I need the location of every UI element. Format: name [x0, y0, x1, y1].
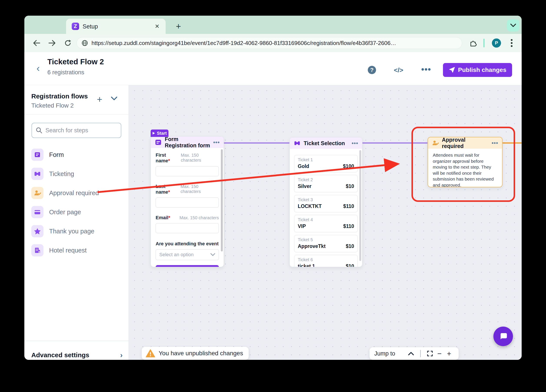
add-flow-button[interactable]: + [94, 94, 105, 105]
url-bar[interactable]: https://setup.zuddl.com/stagingorg41be/e… [77, 37, 462, 49]
ticket-icon [31, 168, 44, 180]
step-search[interactable] [32, 123, 121, 138]
field-hint: Max. 150 characters [181, 153, 219, 163]
advanced-settings-label: Advanced settings [31, 351, 89, 359]
toolbar-divider [483, 39, 484, 47]
browser-window: Z Setup ✕ + https://setup.zuddl.com/stag… [24, 16, 522, 360]
field-label: Email* [156, 215, 170, 221]
ticket-row[interactable]: Ticket 3 LOCKTKT$110 [294, 195, 358, 212]
play-icon [152, 132, 155, 135]
field-label: First name* [156, 152, 181, 164]
last-name-input[interactable] [156, 198, 219, 207]
form-icon [155, 139, 162, 146]
ticket-selection-card[interactable]: Ticket Selection ••• Ticket 1 Gold$100 T… [290, 137, 362, 267]
toolbar-divider [420, 350, 421, 357]
form-step-card[interactable]: Form Registration form ••• First name* M… [151, 136, 224, 267]
help-icon[interactable]: ? [368, 66, 376, 74]
sidebar-item-label: Hotel request [49, 247, 87, 254]
sidebar-item-form[interactable]: Form [31, 149, 123, 161]
support-chat-button[interactable] [494, 327, 513, 346]
form-card-title: Form Registration form [165, 136, 210, 149]
ticket-price: $10 [346, 263, 354, 267]
ticket-name: VIP [298, 223, 306, 229]
new-tab-button[interactable]: + [174, 22, 183, 31]
sidebar-item-label: Approval required [49, 189, 99, 197]
tab-close-icon[interactable]: ✕ [153, 23, 161, 30]
browser-tab[interactable]: Z Setup ✕ [66, 19, 166, 34]
tab-title: Setup [83, 23, 98, 30]
form-card-menu-icon[interactable]: ••• [213, 139, 220, 146]
canvas-zoom-toolbar: Jump to − + [370, 347, 459, 360]
sidebar-item-hotel-request[interactable]: Hotel request [31, 244, 123, 257]
ticket-price: $110 [343, 203, 354, 209]
sidebar-item-thank-you-page[interactable]: Thank you page [31, 225, 123, 237]
annotation-highlight-box [411, 127, 515, 202]
publish-label: Publish changes [458, 66, 507, 73]
ticket-price: $10 [346, 243, 354, 249]
select-question-label: Are you attending the event [156, 241, 219, 247]
sidebar: Registration flows Ticketed Flow 2 + For… [24, 85, 129, 360]
forward-button[interactable] [47, 38, 57, 48]
form-card-header[interactable]: Form Registration form ••• [151, 137, 224, 148]
field-hint: Max. 150 characters [180, 184, 219, 194]
sidebar-item-label: Thank you page [49, 228, 94, 235]
publish-changes-button[interactable]: Publish changes [443, 63, 512, 77]
ticket-card-header[interactable]: Ticket Selection ••• [290, 138, 362, 149]
form-icon [31, 149, 44, 161]
jump-to-button[interactable]: Jump to [374, 350, 395, 357]
flow-canvas[interactable]: Start Form Registration form ••• First n… [129, 85, 522, 360]
select-placeholder: Select an option [159, 252, 194, 257]
person-check-icon [31, 187, 44, 199]
ticket-row[interactable]: Ticket 1 Gold$100 [294, 155, 358, 172]
ticket-list: Ticket 1 Gold$100 Ticket 2 Silver$10 Tic… [290, 149, 362, 267]
email-input[interactable] [156, 223, 219, 233]
flow-dropdown-button[interactable] [111, 96, 117, 102]
browser-menu-button[interactable] [507, 38, 517, 48]
registration-count: 6 registrations [47, 69, 84, 76]
chevron-down-icon [510, 24, 516, 27]
ticket-tier: Ticket 3 [298, 197, 354, 202]
back-chevron-icon[interactable]: ‹ [37, 64, 40, 73]
ticket-row[interactable]: Ticket 6 ticket 1$10 [294, 255, 358, 267]
zoom-in-button[interactable]: + [444, 349, 454, 358]
ticket-card-menu-icon[interactable]: ••• [352, 140, 358, 147]
page-title: Ticketed Flow 2 [47, 57, 104, 66]
ticket-tier: Ticket 4 [298, 217, 354, 222]
ticket-price: $100 [343, 163, 354, 169]
header-more-menu-icon[interactable]: ••• [421, 65, 431, 74]
zoom-out-button[interactable]: − [435, 349, 444, 358]
form-card-scrollbar[interactable] [221, 149, 223, 251]
tab-search-button[interactable] [507, 19, 520, 32]
sidebar-item-ticketing[interactable]: Ticketing [31, 168, 123, 180]
ticket-row[interactable]: Ticket 5 ApproveTkt$10 [294, 235, 358, 252]
credit-card-icon [31, 206, 44, 218]
profile-avatar[interactable]: P [492, 39, 501, 48]
ticket-price: $110 [343, 223, 354, 229]
advanced-settings-button[interactable]: Advanced settings › [31, 351, 123, 359]
first-name-input[interactable] [156, 166, 219, 176]
page-header: ‹ Ticketed Flow 2 6 registrations ? </> … [24, 52, 522, 85]
back-button[interactable] [31, 38, 42, 48]
search-input[interactable] [46, 127, 115, 134]
reload-button[interactable] [63, 38, 73, 48]
unpublished-changes-banner: You have unpublished changes [142, 347, 249, 360]
kebab-menu-icon [511, 39, 513, 47]
register-now-button[interactable]: Register now [156, 265, 219, 267]
extensions-button[interactable] [468, 38, 478, 48]
embed-code-icon[interactable]: </> [394, 66, 403, 74]
chevron-down-icon [111, 96, 117, 101]
fit-view-button[interactable] [425, 349, 435, 358]
jump-to-expand-button[interactable] [406, 349, 416, 358]
ticket-card-scrollbar[interactable] [359, 150, 361, 261]
required-asterisk: * [168, 158, 170, 163]
forward-arrow-icon [48, 40, 56, 46]
sidebar-item-approval-required[interactable]: Approval required [31, 187, 123, 199]
required-asterisk: * [168, 189, 170, 195]
ticket-tier: Ticket 6 [298, 257, 354, 262]
sidebar-item-order-page[interactable]: Order page [31, 206, 123, 218]
attendance-select[interactable]: Select an option [156, 249, 219, 260]
ticket-card-title: Ticket Selection [304, 140, 349, 147]
chevron-right-icon: › [120, 351, 123, 359]
ticket-row[interactable]: Ticket 2 Silver$10 [294, 175, 358, 192]
ticket-row[interactable]: Ticket 4 VIP$110 [294, 215, 358, 232]
